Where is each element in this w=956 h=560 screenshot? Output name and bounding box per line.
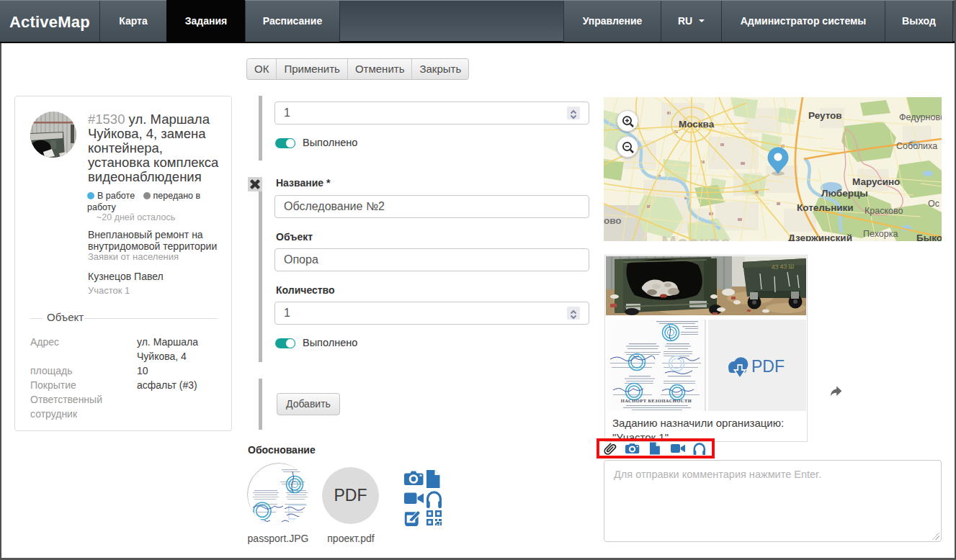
svg-text:Москва: Москва (661, 232, 731, 241)
svg-text:Люберцы: Люберцы (821, 188, 868, 199)
svg-text:Реутов: Реутов (808, 110, 842, 121)
svg-text:Марусино: Марусино (852, 176, 900, 187)
svg-text:Соболиха: Соболиха (896, 141, 937, 151)
svg-text:Красково: Красково (865, 206, 903, 216)
svg-text:PDF: PDF (751, 357, 785, 376)
svg-text:Федурново: Федурново (899, 112, 942, 122)
svg-text:ово: ово (604, 215, 622, 226)
svg-text:Быко: Быко (916, 232, 942, 241)
svg-text:Москва: Москва (679, 119, 715, 130)
svg-text:Дзержинский: Дзержинский (788, 232, 852, 241)
svg-text:Котельники: Котельники (797, 202, 854, 213)
svg-text:Ос: Ос (928, 199, 939, 209)
svg-text:Пехорка: Пехорка (863, 229, 898, 239)
svg-text:43 43 Ш: 43 43 Ш (772, 263, 795, 271)
svg-text:ПАСПОРТ БЕЗОПАСНОСТИ: ПАСПОРТ БЕЗОПАСНОСТИ (621, 398, 692, 403)
